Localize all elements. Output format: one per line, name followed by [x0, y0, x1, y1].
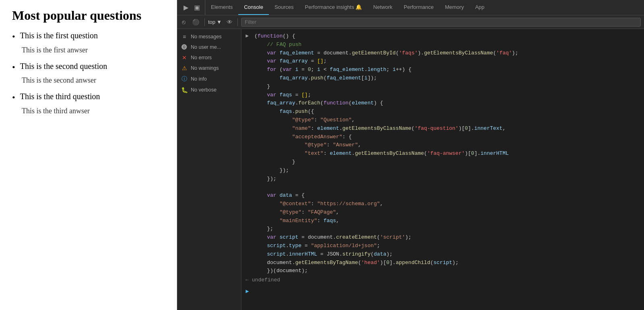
sidebar-label-errors: No errors	[191, 55, 212, 60]
clear-console-icon[interactable]: ⎋	[180, 18, 187, 26]
bullet-icon: •	[12, 31, 15, 43]
info-icon: ⓘ	[181, 75, 188, 83]
code-line-6: faq_array.push(faq_element[i]);	[242, 74, 644, 83]
code-line-12: "name": element.getElementsByClassName('…	[242, 125, 644, 133]
code-line-19: var data = {	[242, 191, 644, 200]
faq-item: •This is the first questionThis is the f…	[12, 31, 165, 54]
code-line-13: "acceptedAnswer": {	[242, 133, 644, 141]
prompt-line[interactable]: ►	[242, 285, 644, 298]
code-line-3: var faq_element = document.getElementByI…	[242, 49, 644, 58]
code-line-blank	[242, 183, 644, 191]
code-line-23: };	[242, 225, 644, 233]
expand-arrow[interactable]: ►	[246, 32, 251, 41]
sidebar-item-no-errors[interactable]: ✕ No errors	[177, 52, 241, 63]
code-line-14: "@type": "Answer",	[242, 141, 644, 150]
bullet-icon: •	[12, 92, 15, 104]
sidebar-label-user: No user me...	[191, 44, 221, 50]
filter-input[interactable]	[241, 18, 641, 27]
dropdown-arrow-icon: ▼	[217, 19, 222, 25]
code-line-22: "mainEntity": faqs,	[242, 217, 644, 225]
tab-console[interactable]: Console	[238, 0, 269, 15]
code-block: ► (function() { // FAQ push var faq_elem…	[242, 29, 644, 301]
code-line-comment: // FAQ push	[242, 41, 644, 49]
eye-icon[interactable]: 👁	[225, 18, 234, 26]
code-line-7: }	[242, 83, 644, 91]
tab-bar: ▶ ▣ Elements Console Sources Performance…	[177, 0, 644, 15]
console-main: ► (function() { // FAQ push var faq_elem…	[242, 29, 644, 310]
inspect-icon[interactable]: ▣	[192, 3, 202, 12]
faq-answer: This is the first anwser	[12, 46, 165, 54]
faq-list: •This is the first questionThis is the f…	[12, 31, 165, 115]
faq-answer: This is the third anwser	[12, 107, 165, 115]
code-line-11: "@type": "Question",	[242, 116, 644, 125]
code-line-28: })(document);	[242, 267, 644, 275]
warning-icon: ⚠	[181, 65, 188, 71]
sidebar-label-messages: No messages	[191, 34, 221, 40]
sidebar-item-no-verbose[interactable]: 🐛 No verbose	[177, 85, 241, 95]
code-line-5: for (var i = 0; i < faq_element.length; …	[242, 66, 644, 74]
sidebar-item-no-info[interactable]: ⓘ No info	[177, 73, 241, 85]
console-body: ≡ No messages ⓿ No user me... ✕ No error…	[177, 29, 644, 310]
tab-network[interactable]: Network	[367, 0, 398, 15]
console-toolbar: ⎋ ⚫ top ▼ 👁	[177, 15, 644, 29]
faq-question: •This is the first question	[12, 31, 165, 43]
tab-sources[interactable]: Sources	[269, 0, 299, 15]
tab-memory[interactable]: Memory	[439, 0, 469, 15]
tab-bar-icons: ▶ ▣	[179, 0, 205, 15]
sidebar-item-no-messages[interactable]: ≡ No messages	[177, 31, 241, 42]
code-line-15: "text": element.getElementsByClassName('…	[242, 150, 644, 158]
top-label: top	[208, 19, 215, 25]
top-dropdown[interactable]: top ▼	[208, 19, 222, 25]
code-line-8: var faqs = [];	[242, 91, 644, 100]
tab-performance[interactable]: Performance	[398, 0, 439, 15]
tab-app[interactable]: App	[469, 0, 490, 15]
code-line-20: "@context": "https://schema.org",	[242, 200, 644, 208]
code-line-17: });	[242, 166, 644, 175]
result-value: undefined	[252, 276, 280, 285]
code-line-26: script.innerHTML = JSON.stringify(data);	[242, 250, 644, 259]
sidebar-item-no-user[interactable]: ⓿ No user me...	[177, 42, 241, 52]
toolbar-divider	[204, 18, 205, 26]
left-panel: Most popular questions •This is the firs…	[0, 0, 177, 310]
question-text: This is the second question	[20, 62, 107, 71]
cursor-icon[interactable]: ▶	[182, 3, 190, 12]
code-line-27: document.getElementsByTagName('head')[0]…	[242, 259, 644, 267]
error-icon: ✕	[181, 54, 188, 61]
prompt-arrow-icon: ►	[246, 287, 249, 296]
code-line-21: "@type": "FAQPage",	[242, 208, 644, 217]
page-title: Most popular questions	[12, 8, 165, 23]
code-line-24: var script = document.createElement('scr…	[242, 233, 644, 242]
sidebar-label-warnings: No warnings	[191, 65, 219, 71]
console-sidebar: ≡ No messages ⓿ No user me... ✕ No error…	[177, 29, 242, 310]
bullet-icon: •	[12, 62, 15, 73]
devtools-panel: ▶ ▣ Elements Console Sources Performance…	[177, 0, 644, 310]
toolbar-divider2	[237, 18, 238, 26]
result-arrow-icon: ←	[246, 276, 249, 285]
user-icon: ⓿	[181, 44, 188, 50]
code-line-9: faq_array.forEach(function(element) {	[242, 99, 644, 108]
tab-performance-insights[interactable]: Performance insights 🔔	[299, 0, 368, 15]
list-icon: ≡	[181, 33, 188, 40]
code-line-16: }	[242, 158, 644, 166]
code-line-1: ► (function() {	[242, 32, 644, 41]
code-line-4: var faq_array = [];	[242, 57, 644, 66]
code-line-25: script.type = "application/ld+json";	[242, 242, 644, 250]
sidebar-item-no-warnings[interactable]: ⚠ No warnings	[177, 63, 241, 73]
faq-answer: This is the second anwser	[12, 76, 165, 85]
code-line-18: });	[242, 175, 644, 183]
faq-question: •This is the second question	[12, 62, 165, 73]
block-icon[interactable]: ⚫	[190, 18, 201, 27]
verbose-icon: 🐛	[181, 87, 188, 93]
question-text: This is the third question	[20, 92, 100, 101]
faq-item: •This is the second questionThis is the …	[12, 62, 165, 85]
faq-item: •This is the third questionThis is the t…	[12, 92, 165, 115]
faq-question: •This is the third question	[12, 92, 165, 104]
sidebar-label-verbose: No verbose	[191, 87, 217, 93]
result-line: ← undefined	[242, 275, 644, 285]
code-line-10: faqs.push({	[242, 108, 644, 116]
question-text: This is the first question	[20, 31, 98, 40]
tab-elements[interactable]: Elements	[205, 0, 238, 15]
sidebar-label-info: No info	[191, 76, 207, 82]
